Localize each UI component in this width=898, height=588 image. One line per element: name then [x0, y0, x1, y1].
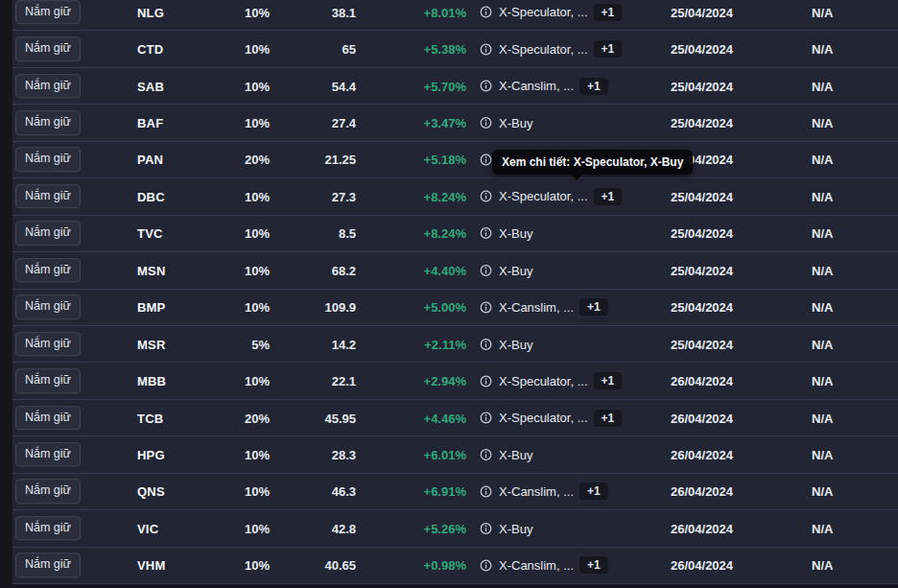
- info-icon: [480, 153, 492, 166]
- change-percent: +6.01%: [370, 447, 466, 461]
- info-icon: [480, 80, 492, 92]
- ticker-symbol: MSN: [137, 263, 166, 277]
- strategy-cell[interactable]: X-Canslim, ... +1: [480, 482, 608, 500]
- strategy-cell[interactable]: X-Buy: [480, 226, 532, 241]
- strategy-cell[interactable]: X-Canslim, ... +1: [480, 78, 608, 95]
- info-icon: [480, 522, 492, 534]
- table-row: Nắm giữ PAN 20% 21.25 +5.18% X-Speculato…: [12, 142, 898, 178]
- hold-button[interactable]: Nắm giữ: [15, 294, 81, 319]
- strategy-label: X-Buy: [499, 447, 532, 461]
- extra-count-badge[interactable]: +1: [594, 410, 623, 427]
- strategy-cell[interactable]: X-Buy: [480, 263, 532, 277]
- extra-count-badge[interactable]: +1: [579, 298, 608, 316]
- weight-percent: 10%: [176, 226, 270, 241]
- hold-button[interactable]: Nắm giữ: [15, 110, 81, 135]
- extra-count-badge[interactable]: +1: [579, 78, 608, 95]
- change-percent: +5.38%: [370, 42, 466, 57]
- price-value: 21.25: [260, 153, 356, 167]
- price-value: 14.2: [260, 337, 356, 351]
- hold-button[interactable]: Nắm giữ: [15, 332, 81, 357]
- strategy-cell[interactable]: X-Speculator, ... +1: [480, 4, 622, 21]
- hold-button[interactable]: Nắm giữ: [15, 368, 81, 393]
- signal-date: 25/04/2024: [671, 226, 733, 241]
- hold-button[interactable]: Nắm giữ: [15, 148, 81, 173]
- price-value: 109.9: [260, 300, 356, 315]
- table-row: Nắm giữ BAF 10% 27.4 +3.47% X-Buy 25/04/…: [12, 105, 898, 141]
- extra-count-badge[interactable]: +1: [594, 372, 623, 389]
- na-value: N/A: [812, 42, 833, 57]
- signal-date: 26/04/2024: [671, 374, 733, 388]
- table-row: Nắm giữ SAB 10% 54.4 +5.70% X-Canslim, .…: [12, 68, 898, 105]
- hold-button[interactable]: Nắm giữ: [15, 222, 81, 247]
- strategy-cell[interactable]: X-Speculator, ... +1: [480, 40, 622, 58]
- na-value: N/A: [812, 484, 833, 499]
- extra-count-badge[interactable]: +1: [594, 40, 623, 58]
- table-row: Nắm giữ MSN 10% 68.2 +4.40% X-Buy 25/04/…: [12, 252, 898, 289]
- price-value: 68.2: [260, 263, 356, 277]
- weight-percent: 20%: [176, 153, 270, 167]
- strategy-cell[interactable]: X-Buy: [480, 447, 532, 461]
- price-value: 38.1: [260, 5, 356, 19]
- table-row: Nắm giữ BMP 10% 109.9 +5.00% X-Canslim, …: [12, 290, 898, 326]
- price-value: 42.8: [260, 521, 356, 535]
- strategy-cell[interactable]: X-Speculator, ... +1: [480, 372, 622, 389]
- ticker-symbol: NLG: [137, 5, 164, 19]
- info-icon: [480, 301, 492, 314]
- hold-button[interactable]: Nắm giữ: [15, 0, 81, 24]
- extra-count-badge[interactable]: +1: [594, 4, 623, 21]
- ticker-symbol: TCB: [137, 411, 163, 425]
- na-value: N/A: [812, 116, 833, 130]
- strategy-label: X-Buy: [499, 337, 532, 351]
- change-percent: +5.70%: [370, 79, 466, 93]
- tooltip-text: Xem chi tiết: X-Speculator, X-Buy: [502, 155, 683, 169]
- change-percent: +8.24%: [370, 189, 466, 203]
- strategy-cell[interactable]: X-Buy: [480, 521, 532, 535]
- weight-percent: 10%: [176, 300, 270, 315]
- hold-button[interactable]: Nắm giữ: [15, 184, 81, 209]
- na-value: N/A: [812, 447, 833, 461]
- hold-button[interactable]: Nắm giữ: [15, 516, 81, 541]
- table-row: Nắm giữ HPG 10% 28.3 +6.01% X-Buy 26/04/…: [12, 436, 898, 473]
- strategy-label: X-Canslim, ...: [499, 79, 574, 93]
- hold-button[interactable]: Nắm giữ: [15, 553, 81, 578]
- price-value: 65: [260, 42, 356, 57]
- table-row: Nắm giữ DBC 10% 27.3 +8.24% X-Speculator…: [12, 178, 898, 215]
- strategy-label: X-Buy: [499, 521, 532, 535]
- price-value: 45.95: [260, 411, 356, 425]
- strategy-cell[interactable]: X-Canslim, ... +1: [480, 298, 608, 316]
- price-value: 40.65: [260, 558, 356, 573]
- strategy-cell[interactable]: X-Canslim, ... +1: [480, 556, 608, 574]
- strategy-cell[interactable]: X-Buy: [480, 337, 532, 351]
- signal-date: 25/04/2024: [671, 189, 733, 203]
- ticker-symbol: BAF: [137, 116, 163, 130]
- change-percent: +6.91%: [370, 484, 466, 499]
- weight-percent: 10%: [176, 484, 270, 499]
- hold-button[interactable]: Nắm giữ: [15, 74, 81, 99]
- info-icon: [480, 43, 492, 56]
- info-icon: [480, 117, 492, 129]
- change-percent: +4.46%: [370, 411, 466, 425]
- na-value: N/A: [812, 263, 833, 277]
- hold-button[interactable]: Nắm giữ: [15, 406, 81, 431]
- signal-date: 26/04/2024: [671, 411, 733, 425]
- extra-count-badge[interactable]: +1: [579, 556, 608, 574]
- strategy-cell[interactable]: X-Buy: [480, 116, 532, 130]
- ticker-symbol: CTD: [137, 42, 163, 57]
- signal-date: 25/04/2024: [671, 337, 733, 351]
- weight-percent: 10%: [176, 189, 270, 203]
- weight-percent: 10%: [176, 447, 270, 461]
- strategy-label: X-Speculator, ...: [499, 5, 588, 19]
- extra-count-badge[interactable]: +1: [594, 188, 623, 205]
- table-row: Nắm giữ TVC 10% 8.5 +8.24% X-Buy 25/04/2…: [12, 216, 898, 252]
- hold-button[interactable]: Nắm giữ: [15, 480, 81, 505]
- hold-button[interactable]: Nắm giữ: [15, 442, 81, 467]
- na-value: N/A: [812, 226, 833, 241]
- strategy-cell[interactable]: X-Speculator, ... +1: [480, 188, 622, 205]
- extra-count-badge[interactable]: +1: [579, 482, 608, 500]
- hold-button[interactable]: Nắm giữ: [15, 258, 81, 283]
- table-row: Nắm giữ CTD 10% 65 +5.38% X-Speculator, …: [12, 31, 898, 67]
- strategy-cell[interactable]: X-Speculator, ... +1: [480, 410, 622, 427]
- weight-percent: 10%: [176, 42, 270, 57]
- na-value: N/A: [812, 374, 833, 388]
- hold-button[interactable]: Nắm giữ: [15, 36, 81, 61]
